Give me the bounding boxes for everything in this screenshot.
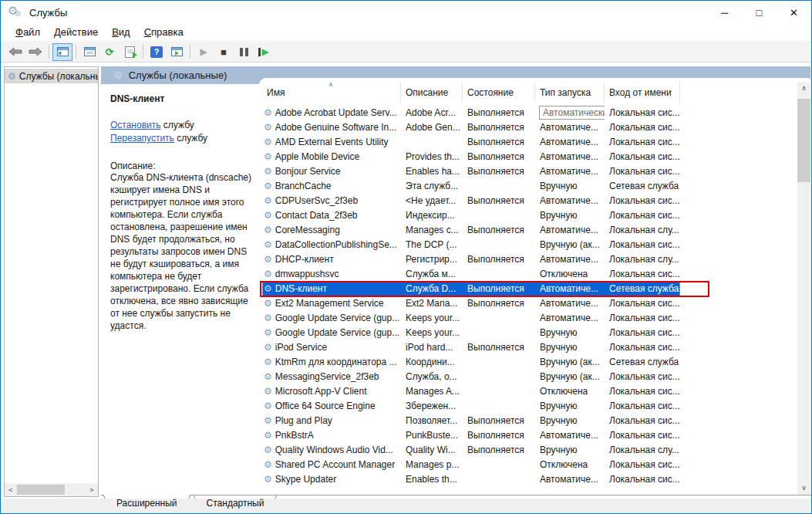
service-gear-icon: ⚙ [264, 399, 272, 414]
column-header-label: Имя [267, 87, 285, 98]
properties-icon [84, 47, 96, 56]
stop-service-button[interactable]: ■ [214, 43, 234, 61]
table-row[interactable]: ⚙AMD External Events UtilityВыполняетсяА… [262, 135, 680, 150]
column-header-logon-as[interactable]: Вход от имени [605, 83, 680, 103]
cell-status: Выполняется [463, 223, 535, 238]
back-button[interactable] [5, 43, 25, 61]
table-row[interactable]: ⚙CoreMessagingManages c...ВыполняетсяАвт… [262, 223, 680, 238]
scroll-left-icon[interactable]: < [5, 486, 17, 494]
cell-description: The DCP (... [401, 238, 463, 252]
table-row[interactable]: ⚙DNS-клиентСлужба D...ВыполняетсяАвтомат… [262, 282, 680, 296]
cell-startup: Автоматиче... [535, 311, 605, 326]
maximize-button[interactable]: □ [742, 1, 777, 24]
cell-startup: Автоматически [535, 106, 605, 120]
service-gear-icon: ⚙ [264, 355, 272, 370]
scrollbar-thumb[interactable] [17, 485, 65, 495]
refresh-icon: ⟳ [106, 47, 114, 57]
export-list-button[interactable] [120, 43, 140, 61]
stop-service-link[interactable]: Остановить [110, 120, 161, 130]
table-row[interactable]: ⚙Google Update Service (gup...Keeps your… [262, 326, 680, 340]
cell-status [463, 179, 535, 194]
service-name: Microsoft App-V Client [275, 384, 367, 399]
cell-name: ⚙Bonjour Service [262, 164, 401, 179]
table-row[interactable]: ⚙BranchCacheЭта служб...ВручнуюСетевая с… [262, 179, 680, 194]
stop-service-line: Остановить службу [110, 120, 260, 130]
table-row[interactable]: ⚙KtmRm для координатора ...Координи...Вр… [262, 355, 680, 370]
cell-logon: Локальная сис... [605, 296, 680, 311]
service-name: DataCollectionPublishingSe... [275, 238, 397, 252]
restart-service-line: Перезапустить службу [110, 133, 260, 144]
service-gear-icon: ⚙ [264, 179, 272, 194]
forward-button[interactable] [25, 43, 45, 61]
show-console-tree-button[interactable] [52, 43, 72, 61]
list-vertical-scrollbar[interactable]: ∧ ∨ [797, 82, 810, 495]
column-header-description[interactable]: Описание [401, 83, 463, 103]
cell-logon: Локальная сис... [605, 472, 680, 487]
table-row[interactable]: ⚙Adobe Genuine Software In...Adobe Gen..… [262, 120, 680, 135]
menu-view[interactable]: Вид [105, 25, 137, 40]
column-header-name[interactable]: Имя ∧ [262, 83, 401, 103]
cell-status: Выполняется [463, 252, 535, 267]
show-action-pane-button[interactable] [167, 43, 187, 61]
table-row[interactable]: ⚙Contact Data_2f3ebИндексир...ВручнуюЛок… [262, 208, 680, 223]
scroll-up-icon[interactable]: ∧ [797, 82, 810, 95]
service-name: dmwappushsvc [275, 267, 339, 282]
table-row[interactable]: ⚙DHCP-клиентРегистрир...ВыполняетсяАвтом… [262, 252, 680, 267]
table-row[interactable]: ⚙Ext2 Management ServiceExt2 Mana...Выпо… [262, 296, 680, 311]
table-row[interactable]: ⚙DataCollectionPublishingSe...The DCP (.… [262, 238, 680, 252]
table-row[interactable]: ⚙PnkBstrAPunkBuste...ВыполняетсяАвтомати… [262, 428, 680, 443]
cell-description: Служба, о... [401, 370, 463, 384]
cell-logon: Локальная сис... [605, 267, 680, 282]
properties-button[interactable] [79, 43, 99, 61]
column-header-status[interactable]: Состояние [463, 83, 535, 103]
tree-horizontal-scrollbar[interactable]: < > [5, 483, 98, 496]
table-row[interactable]: ⚙CDPUserSvc_2f3eb<Не удает...Выполняется… [262, 194, 680, 208]
tree-item-services-local[interactable]: ⚙ Службы (локальные) [5, 69, 98, 83]
table-row[interactable]: ⚙dmwappushsvcСлужба м...ОтключенаЛокальн… [262, 267, 680, 282]
table-row[interactable]: ⚙Office 64 Source EngineЗбережен...Вручн… [262, 399, 680, 414]
cell-logon: Локальная сис... [605, 458, 680, 472]
cell-name: ⚙CoreMessaging [262, 223, 401, 238]
table-row[interactable]: ⚙Skype UpdaterEnables th...Автоматиче...… [262, 472, 680, 487]
cell-logon: Локальная сис... [605, 135, 680, 150]
cell-logon: Локальная сис... [605, 311, 680, 326]
help-button[interactable]: ? [147, 43, 167, 61]
table-row[interactable]: ⚙Google Update Service (gup...Keeps your… [262, 311, 680, 326]
cell-status [463, 267, 535, 282]
service-gear-icon: ⚙ [264, 414, 272, 428]
pause-service-button[interactable] [234, 43, 254, 61]
table-row[interactable]: ⚙iPod ServiceiPod hard...ВыполняетсяВруч… [262, 340, 680, 355]
cell-name: ⚙Google Update Service (gup... [262, 326, 401, 340]
cell-description: Quality Wi... [401, 443, 463, 458]
menu-action[interactable]: Действие [47, 25, 105, 40]
cell-description: Индексир... [401, 208, 463, 223]
scrollbar-thumb[interactable] [797, 99, 810, 182]
cell-startup: Автоматиче... [535, 150, 605, 164]
minimize-button[interactable]: ─ [707, 1, 742, 24]
menu-help[interactable]: Справка [137, 25, 190, 40]
column-header-startup-type[interactable]: Тип запуска [535, 83, 605, 103]
table-row[interactable]: ⚙Microsoft App-V ClientManages A...Отклю… [262, 384, 680, 399]
menu-file[interactable]: Файл [8, 25, 47, 40]
scroll-down-icon[interactable]: ∨ [797, 482, 810, 495]
table-row[interactable]: ⚙Shared PC Account ManagerManages p...От… [262, 458, 680, 472]
table-row[interactable]: ⚙Bonjour ServiceEnables ha...Выполняется… [262, 164, 680, 179]
cell-name: ⚙Microsoft App-V Client [262, 384, 401, 399]
list-header: Имя ∧ Описание Состояние Тип запуска Вхо… [262, 83, 680, 103]
cell-status: Выполняется [463, 443, 535, 458]
table-row[interactable]: ⚙Quality Windows Audio Vid...Quality Wi.… [262, 443, 680, 458]
table-row[interactable]: ⚙Plug and PlayПозволяет...ВыполняетсяВру… [262, 414, 680, 428]
service-name: Bonjour Service [275, 164, 341, 179]
refresh-button[interactable]: ⟳ [99, 43, 120, 61]
scroll-right-icon[interactable]: > [86, 486, 98, 494]
restart-service-button[interactable]: ▶ [254, 43, 274, 61]
table-row[interactable]: ⚙MessagingService_2f3ebСлужба, о...Вручн… [262, 370, 680, 384]
service-gear-icon: ⚙ [264, 194, 272, 208]
cell-status [463, 326, 535, 340]
close-button[interactable]: ✕ [777, 1, 811, 24]
table-row[interactable]: ⚙Apple Mobile DeviceProvides th...Выполн… [262, 150, 680, 164]
start-service-icon: ▶ [200, 47, 207, 56]
start-service-button[interactable]: ▶ [194, 43, 214, 61]
table-row[interactable]: ⚙Adobe Acrobat Update Serv...Adobe Acr..… [262, 106, 680, 120]
restart-service-link[interactable]: Перезапустить [110, 133, 174, 144]
